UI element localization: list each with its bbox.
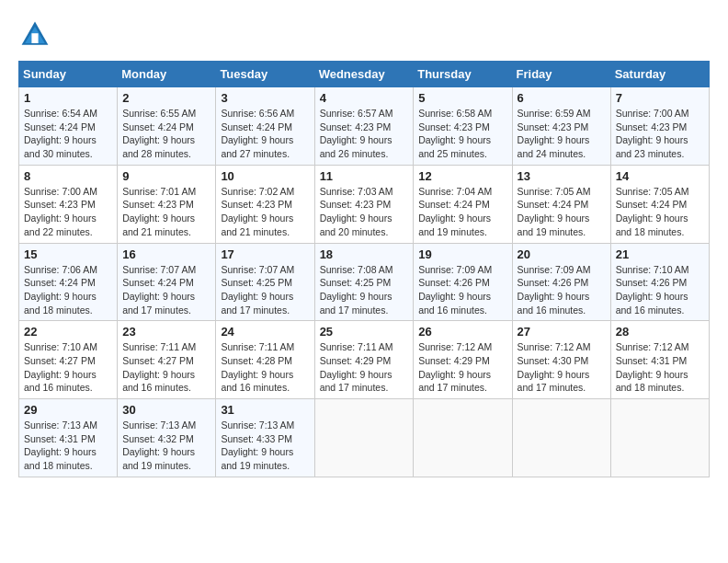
day-number: 15	[24, 247, 112, 261]
day-number: 21	[616, 247, 704, 261]
day-number: 4	[320, 91, 409, 105]
day-detail: Sunrise: 7:13 AM Sunset: 4:33 PM Dayligh…	[221, 419, 309, 473]
day-detail: Sunrise: 7:04 AM Sunset: 4:24 PM Dayligh…	[418, 185, 506, 239]
day-detail: Sunrise: 6:57 AM Sunset: 4:23 PM Dayligh…	[320, 107, 409, 161]
day-number: 8	[24, 169, 112, 183]
day-detail: Sunrise: 7:05 AM Sunset: 4:24 PM Dayligh…	[518, 185, 606, 239]
calendar-cell: 26 Sunrise: 7:12 AM Sunset: 4:29 PM Dayl…	[414, 321, 512, 399]
logo	[18, 18, 57, 52]
day-detail: Sunrise: 7:11 AM Sunset: 4:28 PM Dayligh…	[221, 340, 309, 395]
day-number: 27	[518, 325, 606, 339]
calendar-cell: 25 Sunrise: 7:11 AM Sunset: 4:29 PM Dayl…	[314, 321, 414, 399]
day-detail: Sunrise: 7:07 AM Sunset: 4:24 PM Dayligh…	[122, 263, 210, 317]
calendar-cell: 31 Sunrise: 7:13 AM Sunset: 4:33 PM Dayl…	[216, 399, 314, 477]
day-number: 16	[122, 247, 210, 261]
day-detail: Sunrise: 7:13 AM Sunset: 4:32 PM Dayligh…	[122, 419, 210, 473]
calendar-cell: 20 Sunrise: 7:09 AM Sunset: 4:26 PM Dayl…	[512, 243, 610, 321]
calendar-week-5: 29 Sunrise: 7:13 AM Sunset: 4:31 PM Dayl…	[19, 399, 710, 477]
calendar-cell: 19 Sunrise: 7:09 AM Sunset: 4:26 PM Dayl…	[414, 243, 512, 321]
day-number: 26	[418, 325, 506, 339]
calendar-cell: 3 Sunrise: 6:56 AM Sunset: 4:24 PM Dayli…	[216, 87, 314, 166]
logo-icon	[18, 18, 51, 52]
day-number: 14	[616, 169, 704, 183]
day-detail: Sunrise: 7:01 AM Sunset: 4:23 PM Dayligh…	[122, 185, 210, 239]
calendar-cell: 16 Sunrise: 7:07 AM Sunset: 4:24 PM Dayl…	[118, 243, 216, 321]
weekday-header-monday: Monday	[118, 62, 216, 87]
day-number: 24	[221, 325, 309, 339]
weekday-header-friday: Friday	[512, 62, 610, 87]
day-detail: Sunrise: 7:10 AM Sunset: 4:27 PM Dayligh…	[24, 340, 112, 395]
day-detail: Sunrise: 7:00 AM Sunset: 4:23 PM Dayligh…	[616, 107, 704, 161]
day-detail: Sunrise: 6:55 AM Sunset: 4:24 PM Dayligh…	[122, 107, 210, 161]
calendar-week-4: 22 Sunrise: 7:10 AM Sunset: 4:27 PM Dayl…	[19, 321, 710, 399]
calendar-cell: 2 Sunrise: 6:55 AM Sunset: 4:24 PM Dayli…	[118, 87, 216, 166]
day-number: 7	[616, 91, 704, 105]
calendar-week-3: 15 Sunrise: 7:06 AM Sunset: 4:24 PM Dayl…	[19, 243, 710, 321]
calendar-cell: 28 Sunrise: 7:12 AM Sunset: 4:31 PM Dayl…	[610, 321, 709, 399]
calendar-cell	[414, 399, 512, 477]
calendar-week-2: 8 Sunrise: 7:00 AM Sunset: 4:23 PM Dayli…	[19, 165, 710, 243]
day-number: 10	[221, 169, 309, 183]
day-number: 6	[518, 91, 606, 105]
day-number: 30	[122, 403, 210, 417]
calendar-cell: 8 Sunrise: 7:00 AM Sunset: 4:23 PM Dayli…	[19, 165, 118, 243]
day-detail: Sunrise: 7:09 AM Sunset: 4:26 PM Dayligh…	[418, 263, 506, 317]
calendar: SundayMondayTuesdayWednesdayThursdayFrid…	[18, 61, 710, 477]
day-number: 20	[518, 247, 606, 261]
day-number: 9	[122, 169, 210, 183]
calendar-cell: 14 Sunrise: 7:05 AM Sunset: 4:24 PM Dayl…	[610, 165, 709, 243]
calendar-cell: 30 Sunrise: 7:13 AM Sunset: 4:32 PM Dayl…	[118, 399, 216, 477]
calendar-cell	[512, 399, 610, 477]
day-detail: Sunrise: 7:08 AM Sunset: 4:25 PM Dayligh…	[320, 263, 409, 317]
day-detail: Sunrise: 7:12 AM Sunset: 4:29 PM Dayligh…	[418, 340, 506, 395]
calendar-week-1: 1 Sunrise: 6:54 AM Sunset: 4:24 PM Dayli…	[19, 87, 710, 166]
weekday-header-saturday: Saturday	[610, 62, 709, 87]
day-detail: Sunrise: 7:00 AM Sunset: 4:23 PM Dayligh…	[24, 185, 112, 239]
header	[18, 18, 710, 52]
day-detail: Sunrise: 7:11 AM Sunset: 4:27 PM Dayligh…	[122, 340, 210, 395]
calendar-cell: 1 Sunrise: 6:54 AM Sunset: 4:24 PM Dayli…	[19, 87, 118, 166]
day-number: 12	[418, 169, 506, 183]
day-number: 3	[221, 91, 309, 105]
day-number: 29	[24, 403, 112, 417]
day-detail: Sunrise: 7:12 AM Sunset: 4:31 PM Dayligh…	[616, 340, 704, 395]
calendar-cell	[314, 399, 414, 477]
day-detail: Sunrise: 7:12 AM Sunset: 4:30 PM Dayligh…	[518, 340, 606, 395]
day-detail: Sunrise: 7:10 AM Sunset: 4:26 PM Dayligh…	[616, 263, 704, 317]
calendar-cell: 24 Sunrise: 7:11 AM Sunset: 4:28 PM Dayl…	[216, 321, 314, 399]
weekday-header-thursday: Thursday	[414, 62, 512, 87]
calendar-cell: 11 Sunrise: 7:03 AM Sunset: 4:23 PM Dayl…	[314, 165, 414, 243]
day-number: 13	[518, 169, 606, 183]
calendar-cell: 29 Sunrise: 7:13 AM Sunset: 4:31 PM Dayl…	[19, 399, 118, 477]
day-number: 5	[418, 91, 506, 105]
calendar-cell: 10 Sunrise: 7:02 AM Sunset: 4:23 PM Dayl…	[216, 165, 314, 243]
day-detail: Sunrise: 7:09 AM Sunset: 4:26 PM Dayligh…	[518, 263, 606, 317]
day-number: 18	[320, 247, 409, 261]
calendar-cell: 18 Sunrise: 7:08 AM Sunset: 4:25 PM Dayl…	[314, 243, 414, 321]
calendar-cell: 12 Sunrise: 7:04 AM Sunset: 4:24 PM Dayl…	[414, 165, 512, 243]
calendar-cell: 9 Sunrise: 7:01 AM Sunset: 4:23 PM Dayli…	[118, 165, 216, 243]
day-detail: Sunrise: 7:02 AM Sunset: 4:23 PM Dayligh…	[221, 185, 309, 239]
day-detail: Sunrise: 6:56 AM Sunset: 4:24 PM Dayligh…	[221, 107, 309, 161]
day-number: 28	[616, 325, 704, 339]
calendar-cell: 21 Sunrise: 7:10 AM Sunset: 4:26 PM Dayl…	[610, 243, 709, 321]
day-number: 31	[221, 403, 309, 417]
day-detail: Sunrise: 7:05 AM Sunset: 4:24 PM Dayligh…	[616, 185, 704, 239]
day-detail: Sunrise: 7:03 AM Sunset: 4:23 PM Dayligh…	[320, 185, 409, 239]
calendar-cell: 22 Sunrise: 7:10 AM Sunset: 4:27 PM Dayl…	[19, 321, 118, 399]
day-number: 11	[320, 169, 409, 183]
calendar-cell: 4 Sunrise: 6:57 AM Sunset: 4:23 PM Dayli…	[314, 87, 414, 166]
calendar-cell: 6 Sunrise: 6:59 AM Sunset: 4:23 PM Dayli…	[512, 87, 610, 166]
day-number: 19	[418, 247, 506, 261]
day-number: 1	[24, 91, 112, 105]
day-number: 17	[221, 247, 309, 261]
day-detail: Sunrise: 6:54 AM Sunset: 4:24 PM Dayligh…	[24, 107, 112, 161]
calendar-cell: 27 Sunrise: 7:12 AM Sunset: 4:30 PM Dayl…	[512, 321, 610, 399]
day-number: 25	[320, 325, 409, 339]
day-detail: Sunrise: 7:13 AM Sunset: 4:31 PM Dayligh…	[24, 419, 112, 473]
svg-rect-2	[31, 33, 38, 43]
day-detail: Sunrise: 7:11 AM Sunset: 4:29 PM Dayligh…	[320, 340, 409, 395]
day-detail: Sunrise: 6:59 AM Sunset: 4:23 PM Dayligh…	[518, 107, 606, 161]
calendar-cell: 5 Sunrise: 6:58 AM Sunset: 4:23 PM Dayli…	[414, 87, 512, 166]
weekday-header-tuesday: Tuesday	[216, 62, 314, 87]
